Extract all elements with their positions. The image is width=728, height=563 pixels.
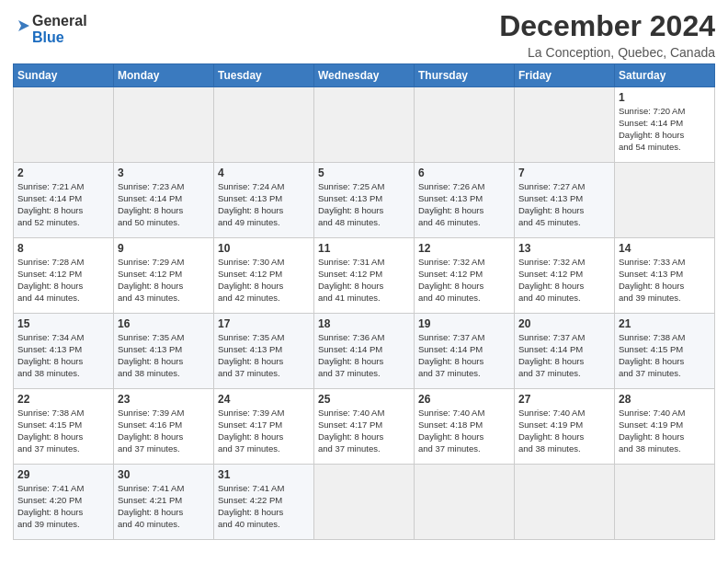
- calendar-cell: [615, 163, 715, 238]
- header-cell-sunday: Sunday: [14, 64, 114, 87]
- calendar-cell: 28Sunrise: 7:40 AMSunset: 4:19 PMDayligh…: [615, 389, 715, 465]
- calendar-cell: 10Sunrise: 7:30 AMSunset: 4:12 PMDayligh…: [214, 238, 314, 314]
- month-title: December 2024: [499, 9, 715, 43]
- calendar-cell: 21Sunrise: 7:38 AMSunset: 4:15 PMDayligh…: [615, 314, 715, 389]
- calendar-cell: [415, 465, 515, 540]
- calendar-cell: 5Sunrise: 7:25 AMSunset: 4:13 PMDaylight…: [314, 163, 415, 238]
- day-number: 28: [619, 392, 711, 407]
- calendar-cell: 16Sunrise: 7:35 AMSunset: 4:13 PMDayligh…: [114, 314, 214, 389]
- calendar-cell: 6Sunrise: 7:26 AMSunset: 4:13 PMDaylight…: [415, 163, 515, 238]
- calendar-week-2: 2Sunrise: 7:21 AMSunset: 4:14 PMDaylight…: [14, 163, 715, 238]
- calendar-cell: 1Sunrise: 7:20 AMSunset: 4:14 PMDaylight…: [615, 87, 715, 163]
- calendar-cell: 7Sunrise: 7:27 AMSunset: 4:13 PMDaylight…: [515, 163, 615, 238]
- day-number: 20: [518, 316, 610, 331]
- day-number: 11: [318, 241, 410, 256]
- svg-marker-0: [18, 20, 29, 31]
- calendar-cell: 19Sunrise: 7:37 AMSunset: 4:14 PMDayligh…: [415, 314, 515, 389]
- calendar-cell: [515, 87, 615, 163]
- day-number: 31: [218, 467, 310, 482]
- day-number: 1: [619, 90, 711, 105]
- day-number: 21: [619, 316, 711, 331]
- calendar-cell: 9Sunrise: 7:29 AMSunset: 4:12 PMDaylight…: [114, 238, 214, 314]
- header-cell-tuesday: Tuesday: [214, 64, 314, 87]
- day-number: 5: [318, 166, 410, 180]
- calendar-week-6: 29Sunrise: 7:41 AMSunset: 4:20 PMDayligh…: [14, 465, 715, 540]
- day-number: 24: [218, 392, 310, 407]
- calendar-cell: [615, 465, 715, 540]
- calendar-cell: 11Sunrise: 7:31 AMSunset: 4:12 PMDayligh…: [314, 238, 415, 314]
- day-number: 22: [17, 392, 109, 407]
- calendar-cell: 25Sunrise: 7:40 AMSunset: 4:17 PMDayligh…: [314, 389, 415, 465]
- calendar-week-5: 22Sunrise: 7:38 AMSunset: 4:15 PMDayligh…: [14, 389, 715, 465]
- header-cell-thursday: Thursday: [415, 64, 515, 87]
- calendar-cell: 24Sunrise: 7:39 AMSunset: 4:17 PMDayligh…: [214, 389, 314, 465]
- calendar-table: SundayMondayTuesdayWednesdayThursdayFrid…: [13, 63, 715, 540]
- day-number: 10: [218, 241, 310, 256]
- calendar-cell: [114, 87, 214, 163]
- calendar-cell: 30Sunrise: 7:41 AMSunset: 4:21 PMDayligh…: [114, 465, 214, 540]
- calendar-cell: 23Sunrise: 7:39 AMSunset: 4:16 PMDayligh…: [114, 389, 214, 465]
- calendar-cell: 29Sunrise: 7:41 AMSunset: 4:20 PMDayligh…: [14, 465, 114, 540]
- day-number: 13: [518, 241, 610, 256]
- day-number: 2: [17, 166, 109, 180]
- calendar-cell: 8Sunrise: 7:28 AMSunset: 4:12 PMDaylight…: [14, 238, 114, 314]
- day-number: 23: [118, 392, 210, 407]
- day-number: 27: [518, 392, 610, 407]
- calendar-cell: [14, 87, 114, 163]
- calendar-cell: 18Sunrise: 7:36 AMSunset: 4:14 PMDayligh…: [314, 314, 415, 389]
- day-number: 18: [318, 316, 410, 331]
- day-number: 8: [17, 241, 109, 256]
- calendar-cell: 27Sunrise: 7:40 AMSunset: 4:19 PMDayligh…: [515, 389, 615, 465]
- day-number: 16: [118, 316, 210, 331]
- day-number: 30: [118, 467, 210, 482]
- calendar-cell: 13Sunrise: 7:32 AMSunset: 4:12 PMDayligh…: [515, 238, 615, 314]
- header: General Blue December 2024 La Conception…: [13, 9, 715, 60]
- header-cell-monday: Monday: [114, 64, 214, 87]
- logo-blue: Blue: [32, 29, 87, 46]
- day-number: 7: [518, 166, 610, 180]
- calendar-week-1: 1Sunrise: 7:20 AMSunset: 4:14 PMDaylight…: [14, 87, 715, 163]
- calendar-cell: 3Sunrise: 7:23 AMSunset: 4:14 PMDaylight…: [114, 163, 214, 238]
- day-number: 29: [17, 467, 109, 482]
- day-number: 17: [218, 316, 310, 331]
- header-row: SundayMondayTuesdayWednesdayThursdayFrid…: [14, 64, 715, 87]
- calendar-cell: 15Sunrise: 7:34 AMSunset: 4:13 PMDayligh…: [14, 314, 114, 389]
- calendar-cell: 4Sunrise: 7:24 AMSunset: 4:13 PMDaylight…: [214, 163, 314, 238]
- logo-icon: [16, 17, 32, 34]
- calendar-cell: [214, 87, 314, 163]
- calendar-cell: [314, 465, 415, 540]
- calendar-cell: 14Sunrise: 7:33 AMSunset: 4:13 PMDayligh…: [615, 238, 715, 314]
- page-container: General Blue December 2024 La Conception…: [0, 0, 728, 546]
- day-number: 15: [17, 316, 109, 331]
- header-cell-saturday: Saturday: [615, 64, 715, 87]
- day-number: 9: [118, 241, 210, 256]
- day-number: 4: [218, 166, 310, 180]
- header-cell-wednesday: Wednesday: [314, 64, 415, 87]
- calendar-cell: [415, 87, 515, 163]
- calendar-cell: [515, 465, 615, 540]
- logo-general: General: [32, 13, 87, 29]
- calendar-cell: 20Sunrise: 7:37 AMSunset: 4:14 PMDayligh…: [515, 314, 615, 389]
- calendar-week-3: 8Sunrise: 7:28 AMSunset: 4:12 PMDaylight…: [14, 238, 715, 314]
- day-number: 3: [118, 166, 210, 180]
- calendar-cell: [314, 87, 415, 163]
- calendar-cell: 12Sunrise: 7:32 AMSunset: 4:12 PMDayligh…: [415, 238, 515, 314]
- day-number: 25: [318, 392, 410, 407]
- logo: General Blue: [13, 13, 87, 45]
- calendar-cell: 2Sunrise: 7:21 AMSunset: 4:14 PMDaylight…: [14, 163, 114, 238]
- calendar-cell: 17Sunrise: 7:35 AMSunset: 4:13 PMDayligh…: [214, 314, 314, 389]
- title-block: December 2024 La Conception, Quebec, Can…: [499, 9, 715, 60]
- day-number: 19: [418, 316, 510, 331]
- day-number: 26: [418, 392, 510, 407]
- calendar-cell: 22Sunrise: 7:38 AMSunset: 4:15 PMDayligh…: [14, 389, 114, 465]
- day-number: 6: [418, 166, 510, 180]
- calendar-cell: 26Sunrise: 7:40 AMSunset: 4:18 PMDayligh…: [415, 389, 515, 465]
- calendar-week-4: 15Sunrise: 7:34 AMSunset: 4:13 PMDayligh…: [14, 314, 715, 389]
- header-cell-friday: Friday: [515, 64, 615, 87]
- location: La Conception, Quebec, Canada: [499, 45, 715, 60]
- calendar-cell: 31Sunrise: 7:41 AMSunset: 4:22 PMDayligh…: [214, 465, 314, 540]
- day-number: 12: [418, 241, 510, 256]
- day-number: 14: [619, 241, 711, 256]
